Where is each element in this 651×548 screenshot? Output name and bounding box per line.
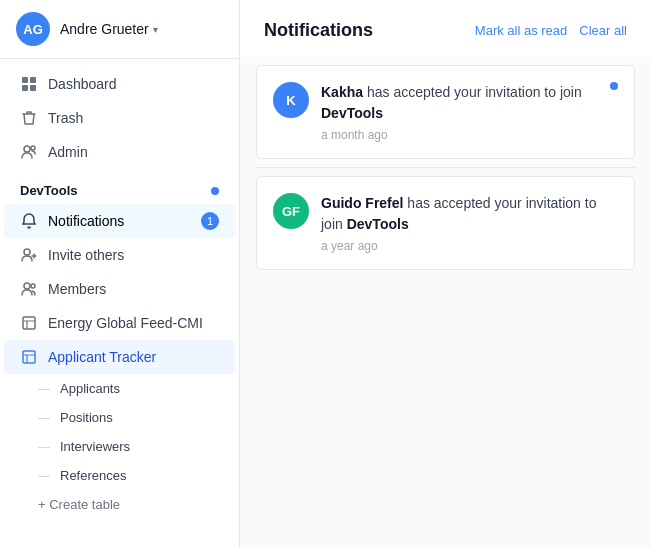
svg-point-4 bbox=[24, 146, 30, 152]
sub-dash-icon: — bbox=[38, 440, 50, 454]
divider bbox=[256, 167, 635, 168]
sidebar-item-invite[interactable]: Invite others bbox=[4, 238, 235, 272]
notif-target-2: DevTools bbox=[347, 216, 409, 232]
bell-icon bbox=[20, 212, 38, 230]
unread-indicator bbox=[610, 82, 618, 90]
sidebar-navigation: Dashboard Trash Admin bbox=[0, 59, 239, 177]
notif-action-1: has accepted your invitation to join bbox=[367, 84, 582, 100]
create-table-label: + Create table bbox=[38, 497, 120, 512]
svg-rect-9 bbox=[23, 317, 35, 329]
user-name[interactable]: Andre Grueter ▾ bbox=[60, 21, 158, 37]
notif-avatar-guido: GF bbox=[273, 193, 309, 229]
sidebar-sub-item-positions-label: Positions bbox=[60, 410, 113, 425]
sidebar-item-dashboard-label: Dashboard bbox=[48, 76, 117, 92]
sub-dash-icon: — bbox=[38, 469, 50, 483]
sidebar-item-notifications[interactable]: Notifications 1 bbox=[4, 204, 235, 238]
sidebar-item-dashboard[interactable]: Dashboard bbox=[4, 67, 235, 101]
sidebar-item-members-label: Members bbox=[48, 281, 106, 297]
notif-body-1: Kakha has accepted your invitation to jo… bbox=[321, 82, 618, 142]
clear-all-button[interactable]: Clear all bbox=[579, 23, 627, 38]
dashboard-icon bbox=[20, 75, 38, 93]
notif-body-2: Guido Frefel has accepted your invitatio… bbox=[321, 193, 618, 253]
notif-text-1: Kakha has accepted your invitation to jo… bbox=[321, 82, 618, 124]
sidebar-sub-item-references-label: References bbox=[60, 468, 126, 483]
notif-sender-2: Guido Frefel bbox=[321, 195, 403, 211]
chevron-down-icon: ▾ bbox=[153, 24, 158, 35]
svg-rect-3 bbox=[30, 85, 36, 91]
admin-icon bbox=[20, 143, 38, 161]
notification-item[interactable]: GF Guido Frefel has accepted your invita… bbox=[256, 176, 635, 270]
notifications-list: K Kakha has accepted your invitation to … bbox=[240, 57, 651, 286]
sidebar-sub-item-positions[interactable]: — Positions bbox=[4, 403, 235, 432]
tracker-icon bbox=[20, 348, 38, 366]
page-title: Notifications bbox=[264, 20, 373, 41]
members-icon bbox=[20, 280, 38, 298]
header-actions: Mark all as read Clear all bbox=[475, 23, 627, 38]
table-icon bbox=[20, 314, 38, 332]
svg-point-6 bbox=[24, 249, 30, 255]
sidebar-item-applicant-tracker-label: Applicant Tracker bbox=[48, 349, 156, 365]
sidebar-item-notifications-label: Notifications bbox=[48, 213, 124, 229]
sidebar-sub-item-applicants[interactable]: — Applicants bbox=[4, 374, 235, 403]
sidebar-item-trash-label: Trash bbox=[48, 110, 83, 126]
svg-rect-10 bbox=[23, 351, 35, 363]
main-content: Notifications Mark all as read Clear all… bbox=[240, 0, 651, 548]
sidebar-item-energy-label: Energy Global Feed-CMI bbox=[48, 315, 203, 331]
svg-point-8 bbox=[31, 284, 35, 288]
sidebar-item-members[interactable]: Members bbox=[4, 272, 235, 306]
notif-target-1: DevTools bbox=[321, 105, 383, 121]
trash-icon bbox=[20, 109, 38, 127]
sub-dash-icon: — bbox=[38, 382, 50, 396]
notifications-badge: 1 bbox=[201, 212, 219, 230]
sidebar-header[interactable]: AG Andre Grueter ▾ bbox=[0, 0, 239, 59]
sidebar-item-energy[interactable]: Energy Global Feed-CMI bbox=[4, 306, 235, 340]
svg-rect-2 bbox=[22, 85, 28, 91]
sidebar-sub-item-applicants-label: Applicants bbox=[60, 381, 120, 396]
mark-all-read-button[interactable]: Mark all as read bbox=[475, 23, 567, 38]
notif-sender-1: Kakha bbox=[321, 84, 363, 100]
svg-point-5 bbox=[31, 146, 35, 150]
sub-dash-icon: — bbox=[38, 411, 50, 425]
sidebar-item-admin-label: Admin bbox=[48, 144, 88, 160]
create-table-button[interactable]: + Create table bbox=[4, 490, 235, 519]
workspace-title: DevTools bbox=[20, 183, 78, 198]
sidebar-item-admin[interactable]: Admin bbox=[4, 135, 235, 169]
avatar: AG bbox=[16, 12, 50, 46]
notif-text-2: Guido Frefel has accepted your invitatio… bbox=[321, 193, 618, 235]
workspace-section-header: DevTools bbox=[4, 177, 235, 204]
sidebar-item-trash[interactable]: Trash bbox=[4, 101, 235, 135]
sidebar-sub-item-references[interactable]: — References bbox=[4, 461, 235, 490]
notifications-header: Notifications Mark all as read Clear all bbox=[240, 0, 651, 57]
notif-avatar-kakha: K bbox=[273, 82, 309, 118]
notif-time-2: a year ago bbox=[321, 239, 618, 253]
sidebar-item-applicant-tracker[interactable]: Applicant Tracker bbox=[4, 340, 235, 374]
notif-time-1: a month ago bbox=[321, 128, 618, 142]
svg-rect-0 bbox=[22, 77, 28, 83]
sidebar: AG Andre Grueter ▾ Dashboard bbox=[0, 0, 240, 548]
unread-dot-indicator bbox=[211, 187, 219, 195]
sidebar-sub-item-interviewers[interactable]: — Interviewers bbox=[4, 432, 235, 461]
invite-icon bbox=[20, 246, 38, 264]
notification-item[interactable]: K Kakha has accepted your invitation to … bbox=[256, 65, 635, 159]
sidebar-item-invite-label: Invite others bbox=[48, 247, 124, 263]
svg-rect-1 bbox=[30, 77, 36, 83]
svg-point-7 bbox=[24, 283, 30, 289]
sidebar-sub-item-interviewers-label: Interviewers bbox=[60, 439, 130, 454]
